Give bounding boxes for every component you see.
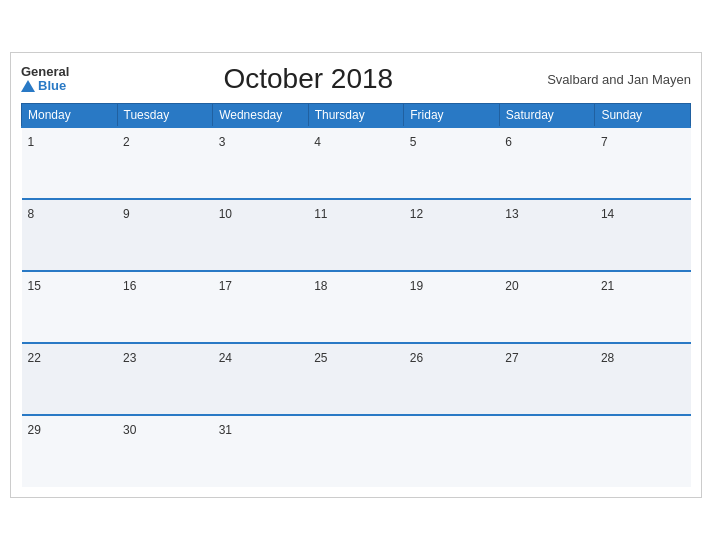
weekday-header-wednesday: Wednesday	[213, 104, 309, 128]
weekday-header-monday: Monday	[22, 104, 118, 128]
day-number: 20	[505, 279, 518, 293]
weekday-header-tuesday: Tuesday	[117, 104, 213, 128]
calendar-container: General Blue October 2018 Svalbard and J…	[10, 52, 702, 498]
logo-area: General Blue	[21, 65, 69, 94]
weekday-header-sunday: Sunday	[595, 104, 691, 128]
calendar-day-cell: 21	[595, 271, 691, 343]
calendar-day-cell: 20	[499, 271, 595, 343]
calendar-day-cell: 4	[308, 127, 404, 199]
day-number: 4	[314, 135, 321, 149]
calendar-day-cell: 11	[308, 199, 404, 271]
calendar-grid: MondayTuesdayWednesdayThursdayFridaySatu…	[21, 103, 691, 487]
empty-cell	[404, 415, 500, 487]
region-label: Svalbard and Jan Mayen	[547, 72, 691, 87]
calendar-day-cell: 16	[117, 271, 213, 343]
day-number: 11	[314, 207, 327, 221]
day-number: 6	[505, 135, 512, 149]
calendar-day-cell: 15	[22, 271, 118, 343]
calendar-day-cell: 1	[22, 127, 118, 199]
calendar-day-cell: 7	[595, 127, 691, 199]
calendar-title: October 2018	[69, 63, 547, 95]
calendar-day-cell: 8	[22, 199, 118, 271]
logo-general-text: General	[21, 65, 69, 79]
day-number: 21	[601, 279, 614, 293]
calendar-day-cell: 14	[595, 199, 691, 271]
logo-triangle-icon	[21, 80, 35, 92]
day-number: 18	[314, 279, 327, 293]
empty-cell	[499, 415, 595, 487]
calendar-day-cell: 12	[404, 199, 500, 271]
calendar-day-cell: 27	[499, 343, 595, 415]
day-number: 2	[123, 135, 130, 149]
day-number: 10	[219, 207, 232, 221]
day-number: 19	[410, 279, 423, 293]
calendar-day-cell: 6	[499, 127, 595, 199]
calendar-header: General Blue October 2018 Svalbard and J…	[21, 63, 691, 95]
empty-cell	[595, 415, 691, 487]
calendar-day-cell: 24	[213, 343, 309, 415]
calendar-week-row: 293031	[22, 415, 691, 487]
day-number: 27	[505, 351, 518, 365]
day-number: 17	[219, 279, 232, 293]
calendar-day-cell: 28	[595, 343, 691, 415]
calendar-day-cell: 9	[117, 199, 213, 271]
day-number: 3	[219, 135, 226, 149]
day-number: 23	[123, 351, 136, 365]
calendar-day-cell: 31	[213, 415, 309, 487]
calendar-week-row: 1234567	[22, 127, 691, 199]
calendar-day-cell: 30	[117, 415, 213, 487]
day-number: 15	[28, 279, 41, 293]
day-number: 14	[601, 207, 614, 221]
day-number: 9	[123, 207, 130, 221]
day-number: 1	[28, 135, 35, 149]
calendar-day-cell: 5	[404, 127, 500, 199]
day-number: 13	[505, 207, 518, 221]
day-number: 5	[410, 135, 417, 149]
day-number: 24	[219, 351, 232, 365]
day-number: 16	[123, 279, 136, 293]
calendar-day-cell: 29	[22, 415, 118, 487]
weekday-header-friday: Friday	[404, 104, 500, 128]
day-number: 31	[219, 423, 232, 437]
day-number: 29	[28, 423, 41, 437]
calendar-day-cell: 19	[404, 271, 500, 343]
day-number: 28	[601, 351, 614, 365]
calendar-day-cell: 3	[213, 127, 309, 199]
logo-blue-text: Blue	[21, 79, 66, 93]
calendar-week-row: 22232425262728	[22, 343, 691, 415]
day-number: 7	[601, 135, 608, 149]
weekday-header-row: MondayTuesdayWednesdayThursdayFridaySatu…	[22, 104, 691, 128]
day-number: 12	[410, 207, 423, 221]
calendar-day-cell: 25	[308, 343, 404, 415]
calendar-day-cell: 2	[117, 127, 213, 199]
day-number: 22	[28, 351, 41, 365]
day-number: 25	[314, 351, 327, 365]
weekday-header-saturday: Saturday	[499, 104, 595, 128]
calendar-day-cell: 10	[213, 199, 309, 271]
calendar-day-cell: 23	[117, 343, 213, 415]
calendar-day-cell: 26	[404, 343, 500, 415]
calendar-week-row: 891011121314	[22, 199, 691, 271]
day-number: 30	[123, 423, 136, 437]
weekday-header-thursday: Thursday	[308, 104, 404, 128]
day-number: 26	[410, 351, 423, 365]
day-number: 8	[28, 207, 35, 221]
calendar-day-cell: 18	[308, 271, 404, 343]
calendar-day-cell: 13	[499, 199, 595, 271]
calendar-day-cell: 17	[213, 271, 309, 343]
calendar-day-cell: 22	[22, 343, 118, 415]
empty-cell	[308, 415, 404, 487]
calendar-week-row: 15161718192021	[22, 271, 691, 343]
